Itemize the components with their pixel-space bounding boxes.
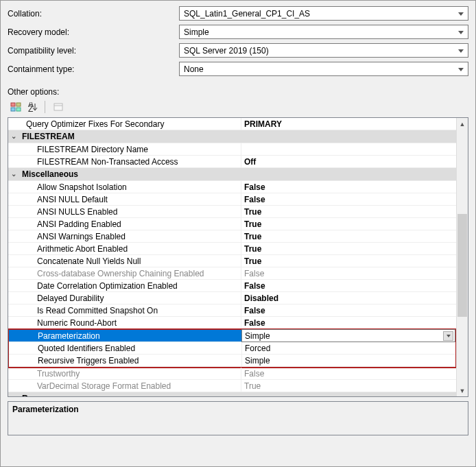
- collation-select[interactable]: SQL_Latin1_General_CP1_CI_AS: [179, 6, 468, 21]
- prop-name: ANSI Padding Enabled: [19, 218, 241, 230]
- prop-value[interactable]: False: [241, 304, 456, 316]
- prop-name: Allow Snapshot Isolation: [19, 181, 241, 193]
- prop-name: Delayed Durability: [19, 292, 241, 304]
- collapse-icon[interactable]: ⌄: [8, 392, 19, 396]
- alphabetical-button[interactable]: AZ: [25, 99, 42, 115]
- scroll-up-icon[interactable]: ▲: [457, 118, 468, 130]
- grid-row[interactable]: Concatenate Null Yields NullTrue: [8, 255, 456, 267]
- containment-select[interactable]: None: [179, 62, 468, 76]
- prop-value[interactable]: False: [241, 280, 456, 291]
- collapse-icon[interactable]: ⌄: [8, 168, 19, 180]
- grid-row: VarDecimal Storage Format EnabledTrue: [8, 380, 456, 392]
- grid-row[interactable]: Delayed DurabilityDisabled: [8, 292, 456, 304]
- prop-name: ANSI NULL Default: [19, 193, 241, 205]
- prop-value[interactable]: True: [241, 243, 456, 254]
- containment-value: None: [184, 64, 204, 74]
- svg-rect-6: [54, 104, 62, 110]
- category-label: Recovery: [19, 392, 241, 396]
- prop-name: Numeric Round-Abort: [19, 317, 241, 328]
- svg-rect-0: [11, 103, 15, 106]
- category-row-recovery[interactable]: ⌄ Recovery: [8, 392, 456, 396]
- prop-name: Date Correlation Optimization Enabled: [19, 280, 241, 291]
- prop-value: False: [241, 267, 456, 279]
- prop-value-dropdown[interactable]: Simple Forced Simple: [241, 329, 455, 342]
- grid-row[interactable]: Allow Snapshot IsolationFalse: [8, 181, 456, 193]
- prop-name: Is Read Committed Snapshot On: [19, 304, 241, 316]
- grid-row[interactable]: Numeric Round-AbortFalse: [8, 317, 456, 329]
- category-label: Miscellaneous: [19, 168, 241, 180]
- svg-rect-1: [11, 108, 15, 111]
- prop-value[interactable]: True: [241, 218, 456, 230]
- grid-row[interactable]: FILESTREAM Non-Transacted AccessOff: [8, 156, 456, 168]
- prop-name: FILESTREAM Non-Transacted Access: [19, 156, 241, 167]
- prop-name: ANSI NULLS Enabled: [19, 206, 241, 217]
- scroll-down-icon[interactable]: ▼: [457, 385, 468, 396]
- grid-row[interactable]: ANSI NULL DefaultFalse: [8, 193, 456, 206]
- prop-value[interactable]: [241, 143, 456, 155]
- svg-text:Z: Z: [28, 104, 33, 112]
- description-panel: Parameterization: [8, 401, 468, 435]
- prop-name: Quoted Identifiers Enabled: [20, 342, 241, 354]
- prop-value: True: [241, 380, 456, 392]
- compat-level-value: SQL Server 2019 (150): [184, 46, 269, 56]
- prop-value[interactable]: False: [241, 181, 456, 193]
- grid-row[interactable]: ANSI NULLS EnabledTrue: [8, 206, 456, 218]
- grid-row[interactable]: Query Optimizer Fixes For Secondary PRIM…: [8, 118, 456, 130]
- prop-name: ANSI Warnings Enabled: [19, 230, 241, 242]
- prop-value: False: [241, 368, 456, 379]
- empty: [241, 130, 456, 143]
- empty: [241, 168, 456, 180]
- collation-value: SQL_Latin1_General_CP1_CI_AS: [184, 9, 310, 19]
- category-row-misc[interactable]: ⌄ Miscellaneous: [8, 168, 456, 181]
- prop-value[interactable]: False: [241, 317, 456, 328]
- scroll-thumb[interactable]: [457, 214, 467, 317]
- category-row-filestream[interactable]: ⌄ FILESTREAM: [8, 130, 456, 143]
- vertical-scrollbar[interactable]: ▲ ▼: [456, 118, 468, 396]
- grid-row[interactable]: Is Read Committed Snapshot OnFalse: [8, 304, 456, 317]
- prop-value[interactable]: True: [241, 255, 456, 267]
- property-pages-button[interactable]: [50, 99, 67, 115]
- grid-row[interactable]: Quoted Identifiers EnabledForced: [9, 342, 455, 355]
- recovery-model-select[interactable]: Simple: [179, 25, 468, 39]
- collation-label: Collation:: [8, 9, 179, 19]
- grid-row[interactable]: ANSI Warnings EnabledTrue: [8, 230, 456, 243]
- svg-rect-2: [16, 103, 21, 106]
- prop-name: Trustworthy: [19, 368, 241, 379]
- prop-value[interactable]: True: [241, 206, 456, 217]
- grid-row[interactable]: ANSI Padding EnabledTrue: [8, 218, 456, 230]
- grid-row[interactable]: Recursive Triggers EnabledSimple: [9, 355, 455, 367]
- prop-name: Recursive Triggers Enabled: [20, 355, 241, 366]
- prop-name: FILESTREAM Directory Name: [19, 143, 241, 155]
- chevron-down-icon[interactable]: [443, 331, 453, 341]
- prop-name: Arithmetic Abort Enabled: [19, 243, 241, 254]
- grid-row[interactable]: FILESTREAM Directory Name: [8, 143, 456, 156]
- prop-value[interactable]: PRIMARY: [241, 118, 456, 130]
- svg-rect-3: [16, 108, 21, 111]
- prop-value[interactable]: Disabled: [241, 292, 456, 304]
- compat-level-label: Compatibility level:: [8, 46, 179, 56]
- prop-name: VarDecimal Storage Format Enabled: [19, 380, 241, 392]
- compat-level-select[interactable]: SQL Server 2019 (150): [179, 43, 468, 58]
- prop-value[interactable]: Off: [241, 156, 456, 167]
- grid-row-parameterization[interactable]: Parameterization Simple Forced Simple: [9, 330, 455, 342]
- highlighted-region: Parameterization Simple Forced Simple Qu…: [8, 328, 456, 368]
- recovery-model-value: Simple: [184, 27, 209, 37]
- prop-value[interactable]: Simple: [241, 355, 455, 366]
- prop-value[interactable]: False: [241, 193, 456, 205]
- property-grid[interactable]: Query Optimizer Fixes For Secondary PRIM…: [8, 118, 456, 396]
- expander-placeholder: [8, 118, 19, 130]
- category-label: FILESTREAM: [19, 130, 241, 143]
- empty: [241, 392, 456, 396]
- grid-row[interactable]: Date Correlation Optimization EnabledFal…: [8, 280, 456, 292]
- categorized-button[interactable]: [8, 99, 24, 115]
- prop-name: Concatenate Null Yields Null: [19, 255, 241, 267]
- prop-value[interactable]: Forced: [241, 342, 455, 354]
- grid-row[interactable]: Arithmetic Abort EnabledTrue: [8, 243, 456, 255]
- prop-value[interactable]: True: [241, 230, 456, 242]
- grid-row: TrustworthyFalse: [8, 368, 456, 380]
- other-options-label: Other options:: [8, 87, 475, 97]
- dropdown-selected-value: Simple: [245, 331, 270, 341]
- collapse-icon[interactable]: ⌄: [8, 130, 19, 143]
- recovery-model-label: Recovery model:: [8, 27, 179, 37]
- grid-row: Cross-database Ownership Chaining Enable…: [8, 267, 456, 280]
